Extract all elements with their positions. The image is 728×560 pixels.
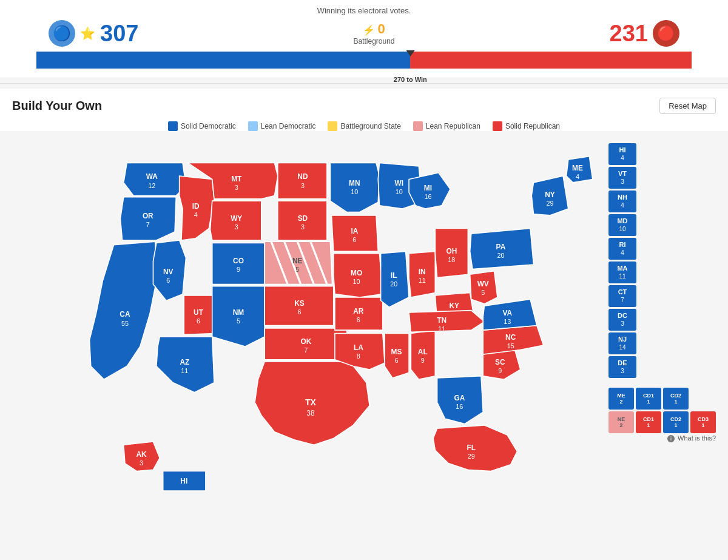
- state-co[interactable]: [212, 243, 265, 284]
- state-or[interactable]: [120, 197, 176, 240]
- dem-solid-swatch: [168, 121, 178, 131]
- state-il[interactable]: [381, 251, 409, 307]
- state-box-me-cd1[interactable]: CD11: [636, 388, 661, 410]
- state-tn[interactable]: [409, 311, 484, 332]
- state-box-ne-cd1[interactable]: CD11: [636, 411, 661, 433]
- state-box-ma[interactable]: MA11: [608, 261, 636, 283]
- subtitle: Winning its electoral votes.: [12, 6, 716, 15]
- state-box-md[interactable]: MD10: [608, 214, 636, 236]
- state-nd[interactable]: [278, 163, 327, 198]
- state-hi-map[interactable]: [163, 471, 206, 491]
- state-al[interactable]: [411, 330, 435, 379]
- legend-dem-solid: Solid Democratic: [168, 121, 236, 131]
- battleground-label: Battleground State: [340, 122, 400, 130]
- state-fl[interactable]: [433, 425, 517, 471]
- rep-solid-label: Solid Republican: [505, 122, 560, 130]
- star-icon: ⭐: [80, 26, 95, 41]
- electoral-bar: 270 to Win: [36, 52, 692, 69]
- dem-score: 307: [100, 21, 138, 47]
- state-mo[interactable]: [334, 254, 383, 297]
- state-ak[interactable]: [124, 442, 160, 471]
- 270-label: 270 to Win: [394, 76, 427, 83]
- map-container[interactable]: WA 12 OR 7 CA 55 NV 6 ID 4 MT 3 WY: [12, 143, 602, 510]
- what-is-this[interactable]: i What is this?: [608, 434, 716, 442]
- state-in[interactable]: [409, 251, 435, 297]
- rep-score: 231: [610, 21, 648, 47]
- state-sd[interactable]: [278, 201, 327, 240]
- state-ut[interactable]: [184, 295, 214, 335]
- state-wa[interactable]: [124, 163, 186, 195]
- state-box-ri[interactable]: RI4: [608, 238, 636, 260]
- state-box-de[interactable]: DE3: [608, 356, 636, 378]
- state-nv[interactable]: [153, 240, 186, 300]
- lean-dem-label: Lean Democratic: [261, 122, 316, 130]
- 270-marker: 270 to Win: [394, 50, 427, 83]
- battleground-swatch: [328, 121, 337, 131]
- legend-lean-rep: Lean Republican: [413, 121, 480, 131]
- state-box-me2[interactable]: ME2: [608, 388, 634, 410]
- me-boxes-row: ME2 CD11 CD21: [608, 388, 716, 410]
- state-box-vt[interactable]: VT3: [608, 167, 636, 189]
- legend-battleground: Battleground State: [328, 121, 400, 131]
- state-nc[interactable]: [483, 326, 543, 355]
- battleground-label: Battleground: [353, 37, 394, 46]
- dem-solid-label: Solid Democratic: [181, 122, 236, 130]
- state-mn[interactable]: [330, 163, 379, 212]
- dem-avatar: 🔵: [49, 20, 75, 47]
- state-ms[interactable]: [385, 334, 409, 379]
- state-box-dc[interactable]: DC3: [608, 309, 636, 331]
- legend-lean-dem: Lean Democratic: [248, 121, 316, 131]
- lean-rep-label: Lean Republican: [426, 122, 480, 130]
- state-ga[interactable]: [437, 376, 484, 424]
- rep-solid-swatch: [493, 121, 502, 131]
- state-va[interactable]: [483, 299, 537, 330]
- state-box-me-cd2[interactable]: CD21: [663, 388, 689, 410]
- state-nm[interactable]: [212, 286, 265, 346]
- state-box-ne2[interactable]: NE2: [608, 411, 634, 433]
- state-box-nj[interactable]: NJ14: [608, 332, 636, 354]
- state-tx[interactable]: [255, 362, 369, 445]
- legend-rep-solid: Solid Republican: [493, 121, 560, 131]
- state-pa[interactable]: [470, 229, 534, 269]
- state-ca[interactable]: [90, 241, 158, 379]
- state-ia[interactable]: [332, 215, 379, 251]
- rep-bar: [410, 52, 692, 69]
- state-box-ne-cd3[interactable]: CD31: [690, 411, 716, 433]
- bolt-icon: ⚡: [363, 25, 375, 35]
- battleground-count: 0: [378, 21, 385, 36]
- state-mi[interactable]: [409, 173, 450, 209]
- state-wy[interactable]: [210, 201, 261, 240]
- sidebar-states: HI4 VT3 NH4 MD10 RI4 MA11 CT7 DC3 NJ14 D…: [608, 143, 716, 510]
- build-title: Build Your Own: [12, 99, 102, 113]
- dem-bar: [36, 52, 410, 69]
- state-id[interactable]: [180, 176, 214, 240]
- state-wv[interactable]: [470, 271, 497, 304]
- state-oh[interactable]: [435, 229, 468, 278]
- ne-boxes-row: NE2 CD11 CD21 CD31: [608, 411, 716, 433]
- state-box-hi[interactable]: HI4: [608, 143, 636, 165]
- info-icon: i: [667, 435, 675, 442]
- what-is-this-label: What is this?: [678, 434, 716, 442]
- legend: Solid Democratic Lean Democratic Battleg…: [12, 121, 716, 131]
- state-az[interactable]: [157, 337, 214, 393]
- state-me-map[interactable]: [567, 157, 593, 183]
- state-box-nh[interactable]: NH4: [608, 191, 636, 212]
- reset-button[interactable]: Reset Map: [659, 98, 716, 114]
- lean-rep-swatch: [413, 121, 423, 131]
- rep-avatar: 🔴: [653, 20, 679, 47]
- state-box-ct[interactable]: CT7: [608, 285, 636, 307]
- state-ar[interactable]: [335, 297, 383, 330]
- state-ny[interactable]: [531, 176, 568, 215]
- state-ks[interactable]: [265, 286, 334, 326]
- lean-dem-swatch: [248, 121, 258, 131]
- map-area: WA 12 OR 7 CA 55 NV 6 ID 4 MT 3 WY: [0, 137, 728, 522]
- state-box-ne-cd2[interactable]: CD21: [663, 411, 689, 433]
